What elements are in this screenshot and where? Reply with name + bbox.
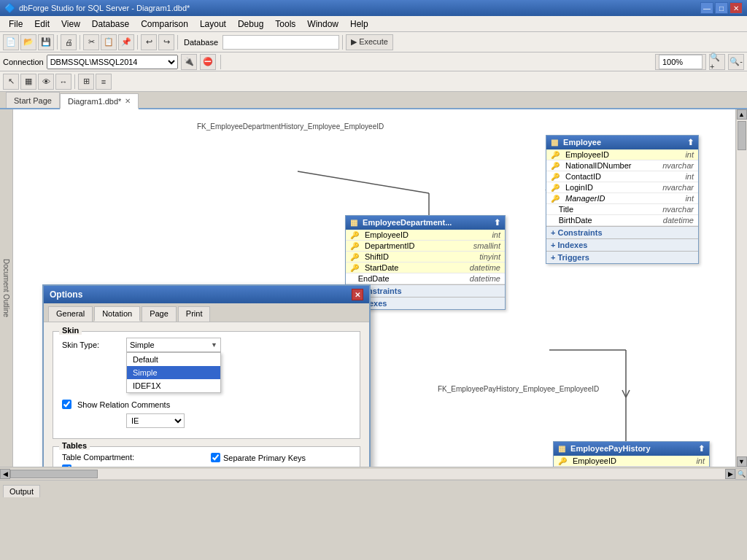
maximize-icon[interactable]: ⬆ [687,138,694,147]
table-row[interactable]: 🔑 EmployeeID int [346,230,505,241]
undo-button[interactable]: ↩ [141,34,157,50]
tab-general[interactable]: General [48,306,93,322]
separate-primary-keys-checkbox[interactable] [211,453,220,462]
diagram-canvas[interactable]: FK_EmployeeDepartmentHistory_Employee_Em… [13,109,735,467]
table-row[interactable]: 🔑 StartDate datetime [346,262,505,273]
separator [80,35,80,50]
maximize-button[interactable]: □ [715,2,728,14]
minimize-button[interactable]: — [700,2,713,14]
disconnect-button[interactable]: ⛔ [200,54,216,70]
zoom-in-button[interactable]: 100% [655,54,706,70]
view-button[interactable]: 👁 [38,74,54,90]
constraints-checkbox[interactable] [62,464,71,467]
tab-diagram[interactable]: Diagram1.dbd* ✕ [60,93,139,109]
show-relation-checkbox[interactable] [62,400,71,409]
skin-type-dropdown[interactable]: Default Simple IDEF1X [126,352,221,393]
menu-layout[interactable]: Layout [194,18,232,31]
table-row[interactable]: · EndDate datetime [346,273,505,284]
menu-edit[interactable]: Edit [28,18,55,31]
menu-tools[interactable]: Tools [269,18,301,31]
execute-button[interactable]: ▶ Execute [346,34,393,50]
connection-label: Connection [3,58,44,66]
maximize-icon[interactable]: ⬆ [494,218,500,228]
emp-pay-table[interactable]: ▦ EmployeePayHistory ⬆ 🔑 EmployeeID int … [553,441,710,467]
maximize-icon[interactable]: ⬆ [698,444,705,454]
vertical-scrollbar[interactable]: ▲ ▼ [735,109,747,467]
table-row[interactable]: 🔑 LoginID nvarchar [546,182,698,193]
scroll-up-button[interactable]: ▲ [737,109,747,120]
table-row[interactable]: 🔑 EmployeeID int [546,149,698,160]
skin-type-select[interactable]: Simple ▼ [126,338,221,352]
output-tab[interactable]: Output [3,485,40,497]
horizontal-scrollbar[interactable]: ◀ ▶ 🔍 [0,467,747,480]
dialog-body: Skin Skin Type: Simple ▼ Default [44,322,369,467]
ie-select[interactable]: IE IDEF1X [126,413,185,428]
main-area: Document Outline FK_EmployeeDepartmentHi… [0,109,747,467]
zoom-in-btn[interactable]: 🔍+ [709,54,725,70]
close-button[interactable]: ✕ [729,2,743,14]
connect-button[interactable]: 🔌 [181,54,197,70]
skin-type-select-container: Simple ▼ Default Simple IDEF1X [126,338,221,352]
database-input[interactable] [222,35,339,50]
dialog-close-button[interactable]: ✕ [352,289,363,300]
dropdown-item-default[interactable]: Default [127,353,220,366]
menu-debug[interactable]: Debug [232,18,269,31]
menu-view[interactable]: View [55,18,86,31]
scroll-thumb[interactable] [738,121,746,150]
cut-button[interactable]: ✂ [83,34,99,50]
table-row[interactable]: · BirthDate datetime [546,215,698,226]
employee-table[interactable]: ▦ Employee ⬆ 🔑 EmployeeID int 🔑 National… [546,135,699,264]
table-row[interactable]: 🔑 ManagerID int [546,193,698,204]
table-row[interactable]: · Title nvarchar [546,204,698,215]
menu-comparison[interactable]: Comparison [135,18,194,31]
tab-print[interactable]: Print [178,306,211,322]
key-icon: 🔑 [350,242,359,250]
table-row[interactable]: 🔑 ContactID int [546,171,698,182]
print-button[interactable]: 🖨 [61,34,77,50]
field-type: smallint [473,241,500,250]
tab-start-page[interactable]: Start Page [6,92,60,108]
scroll-track[interactable] [737,120,747,456]
indexes-section[interactable]: + Indexes [546,238,698,251]
open-button[interactable]: 📂 [20,34,36,50]
relation-button[interactable]: ↔ [55,74,71,90]
dropdown-item-idef1x[interactable]: IDEF1X [127,379,220,392]
zoom-corner[interactable]: 🔍 [735,468,747,480]
copy-button[interactable]: 📋 [101,34,117,50]
scroll-right-button[interactable]: ▶ [725,469,735,479]
menu-database[interactable]: Database [86,18,135,31]
table-icon: ▦ [558,444,565,453]
field-type: datetime [663,216,694,225]
table-row[interactable]: 🔑 ShiftID tinyint [346,252,505,262]
layout-button[interactable]: ⊞ [78,74,94,90]
menu-file[interactable]: File [3,18,28,31]
dropdown-item-simple[interactable]: Simple [127,366,220,379]
h-scroll-thumb[interactable] [10,470,98,478]
menu-window[interactable]: Window [301,18,344,31]
key-icon: 🔑 [350,253,359,261]
scroll-left-button[interactable]: ◀ [0,469,10,479]
constraints-section[interactable]: + Constraints [546,226,698,238]
new-button[interactable]: 📄 [3,34,19,50]
align-button[interactable]: ≡ [96,74,112,90]
zoom-input[interactable]: 100% [659,55,703,69]
tab-close-icon[interactable]: ✕ [125,97,131,105]
emp-pay-table-rows: 🔑 EmployeeID int 🔑 RateChangeDate dateti… [554,456,709,467]
zoom-out-btn[interactable]: 🔍- [728,54,744,70]
field-type: datetime [470,274,500,283]
table-row[interactable]: 🔑 EmployeeID int [554,456,709,467]
redo-button[interactable]: ↪ [158,34,174,50]
h-scroll-track[interactable] [10,469,725,479]
pointer-button[interactable]: ↖ [3,74,19,90]
table-row[interactable]: 🔑 NationalIDNumber nvarchar [546,160,698,171]
table-button[interactable]: ▦ [20,74,36,90]
scroll-down-button[interactable]: ▼ [737,456,747,467]
tab-notation[interactable]: Notation [94,306,140,322]
connection-select[interactable]: DBMSSQL\MSSQL2014 [47,55,178,69]
menu-help[interactable]: Help [344,18,374,31]
tab-page[interactable]: Page [142,306,177,322]
save-button[interactable]: 💾 [38,34,54,50]
triggers-section[interactable]: + Triggers [546,251,698,263]
paste-button[interactable]: 📌 [118,34,134,50]
table-row[interactable]: 🔑 DepartmentID smallint [346,241,505,252]
